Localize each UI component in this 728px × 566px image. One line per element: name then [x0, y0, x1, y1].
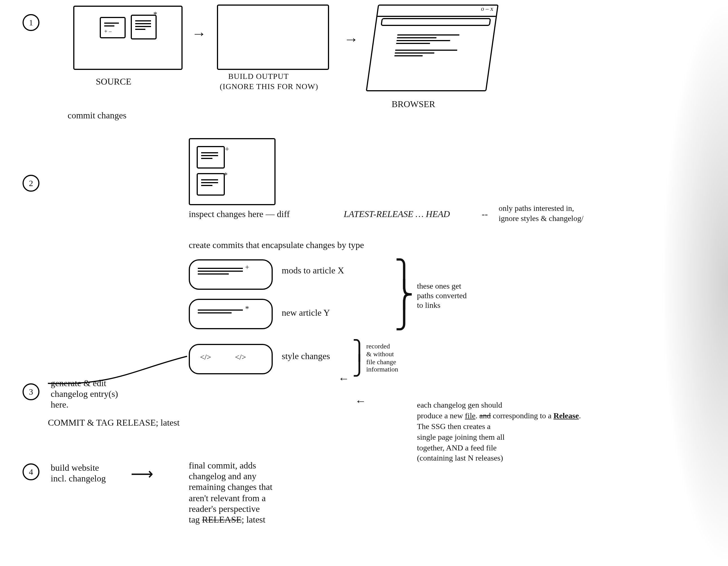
- plus-icon: +: [225, 145, 229, 154]
- back-arrow-icon: ←: [338, 372, 349, 385]
- doc-icon: + –: [100, 17, 126, 38]
- brace2-note: recorded & without file change informati…: [366, 343, 398, 374]
- generate-edit-note: generate & edit changelog entry(s) here.: [51, 378, 118, 410]
- star-icon: *: [153, 10, 157, 19]
- doc-icon: [197, 173, 225, 196]
- arrow-icon: →: [192, 25, 206, 42]
- doc-icon: [131, 15, 157, 39]
- diagram-page: 1 2 3 4 + – * SOURCE → BUILD OUTPUT (IGN…: [0, 0, 728, 566]
- source-label: SOURCE: [96, 76, 131, 87]
- step-1-marker: 1: [23, 14, 39, 31]
- diff-note-1: only paths interested in,: [499, 204, 574, 214]
- step-4-marker: 4: [23, 463, 39, 480]
- star-icon: *: [245, 305, 249, 314]
- brace-icon: ⎫⎬⎭: [394, 264, 414, 326]
- arrow-icon: ⟶: [131, 465, 152, 483]
- final-commit-note: final commit, adds changelog and any rem…: [189, 460, 313, 525]
- changelog-gen-note: each changelog gen should produce a new …: [417, 400, 654, 464]
- commit-tag-release: COMMIT & TAG RELEASE; latest: [48, 417, 179, 428]
- code-icon: </>: [200, 353, 211, 363]
- window-controls-icon: o – x: [481, 5, 494, 12]
- step-3-marker: 3: [23, 383, 39, 400]
- browser-titlebar: o – x: [377, 6, 497, 17]
- arrow-icon: →: [344, 31, 358, 48]
- build-output-box: [217, 5, 329, 70]
- browser-window: o – x: [366, 5, 498, 91]
- create-commits-label: create commits that encapsulate changes …: [189, 239, 364, 250]
- page-content-lines: [394, 33, 460, 58]
- plus-icon: +: [245, 263, 249, 272]
- build-website-note: build website incl. changelog: [51, 462, 106, 484]
- inspect-label: inspect changes here — diff: [189, 208, 290, 219]
- diff-range: LATEST-RELEASE … HEAD: [344, 208, 450, 219]
- browser-label: BROWSER: [392, 99, 435, 109]
- commit-c-label: style changes: [282, 351, 330, 361]
- diff-flag: --: [482, 208, 488, 219]
- changes-container: + *: [189, 138, 276, 205]
- commit-mods-article: +: [189, 259, 273, 290]
- address-bar: [381, 18, 491, 26]
- back-arrow-icon: ←: [355, 395, 366, 408]
- commit-style-changes: </> </>: [189, 344, 273, 374]
- doc-icon: [197, 146, 225, 168]
- brace-icon: ⎫⎭: [352, 343, 367, 374]
- commit-changes-label: commit changes: [68, 110, 126, 121]
- commit-new-article: *: [189, 299, 273, 329]
- brace1-note: these ones get paths converted to links: [417, 282, 467, 310]
- diff-icon: + –: [104, 28, 112, 34]
- diff-note-2: ignore styles & changelog/: [499, 214, 583, 224]
- star-icon: *: [224, 171, 228, 180]
- commit-b-label: new article Y: [282, 307, 330, 318]
- build-output-label: BUILD OUTPUT: [228, 72, 289, 82]
- source-box: + – *: [73, 6, 183, 70]
- code-icon: </>: [235, 353, 246, 363]
- scan-edge-shadow: [660, 0, 728, 566]
- commit-a-label: mods to article X: [282, 265, 344, 276]
- step-2-marker: 2: [23, 175, 39, 192]
- build-output-sublabel: (IGNORE THIS FOR NOW): [220, 82, 318, 92]
